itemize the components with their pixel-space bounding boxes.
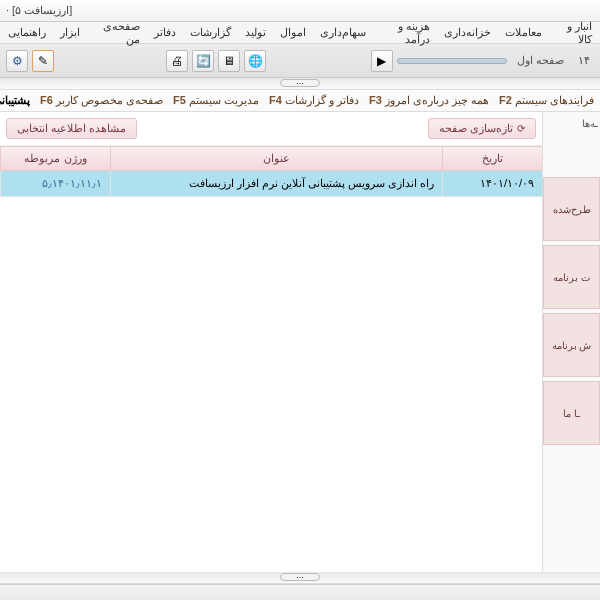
side-panel: ـه‌ها طرح‌شده ت برنامه ش برنامه ـا ما — [542, 112, 600, 572]
view-selected-button[interactable]: مشاهده اطلاعیه انتخابی — [6, 118, 137, 139]
content-area: ـه‌ها طرح‌شده ت برنامه ش برنامه ـا ما ⟳ … — [0, 112, 600, 572]
menu-item[interactable]: انبار و کالا — [556, 20, 592, 46]
menu-item[interactable]: دفاتر — [154, 26, 176, 39]
col-header-version[interactable]: ورژن مربوطه — [0, 147, 110, 170]
col-header-date[interactable]: تاریخ — [442, 147, 542, 170]
action-bar: ⟳ تازه‌سازی صفحه مشاهده اطلاعیه انتخابی — [0, 112, 542, 146]
menu-bar: انبار و کالا معاملات خزانه‌داری هزینه و … — [0, 22, 600, 44]
globe-icon[interactable]: 🌐 — [244, 50, 266, 72]
fkey-tab[interactable]: همه چیز درباره‌ی امروز F3 — [369, 94, 489, 107]
title-bar: · [ارزیسافت ۵] — [0, 0, 600, 22]
toolbar-left: ✎ ⚙ — [6, 50, 54, 72]
play-icon[interactable]: ▶ — [371, 50, 393, 72]
fkey-tab[interactable]: فرایندهای سیستم F2 — [499, 94, 594, 107]
pager-slider[interactable] — [397, 58, 507, 64]
side-block[interactable]: ت برنامه — [543, 245, 600, 309]
date-label: ۱۴ — [574, 54, 594, 67]
side-block[interactable]: ش برنامه — [543, 313, 600, 377]
drag-handle-icon[interactable]: ⋯ — [280, 573, 320, 581]
refresh-button[interactable]: ⟳ تازه‌سازی صفحه — [428, 118, 536, 139]
menu-item[interactable]: هزینه و درآمد — [380, 20, 431, 46]
pager-label: صفحه اول — [511, 54, 570, 67]
fkey-tab[interactable]: مدیریت سیستم F5 — [173, 94, 259, 107]
main-panel: ⟳ تازه‌سازی صفحه مشاهده اطلاعیه انتخابی … — [0, 112, 542, 572]
menu-item[interactable]: گزارشات — [190, 26, 231, 39]
table-empty-area — [0, 197, 542, 572]
separator: ⋯ — [0, 78, 600, 90]
menu-item[interactable]: سهام‌داری — [320, 26, 366, 39]
fkey-tab-active[interactable]: پشتیبانی و خدمات F7 — [0, 94, 30, 107]
menu-item[interactable]: ابزار — [60, 26, 80, 39]
fkey-tabs: فرایندهای سیستم F2 همه چیز درباره‌ی امرو… — [0, 90, 600, 112]
cell-date: ۱۴۰۱/۱۰/۰۹ — [442, 171, 542, 196]
refresh-icon[interactable]: 🔄 — [192, 50, 214, 72]
cell-version: ۵٫۱۴۰۱٫۱۱٫۱ — [0, 171, 110, 196]
menu-item[interactable]: صفحه‌ی من — [94, 20, 140, 46]
side-block[interactable]: طرح‌شده — [543, 177, 600, 241]
fkey-tab[interactable]: دفاتر و گزارشات F4 — [269, 94, 359, 107]
printer-icon[interactable]: 🖨 — [166, 50, 188, 72]
status-bar — [0, 584, 600, 600]
toolbar: ۱۴ صفحه اول ▶ 🌐 🖥 🔄 🖨 ✎ ⚙ — [0, 44, 600, 78]
side-label: ـه‌ها — [543, 112, 600, 135]
table-row[interactable]: ۱۴۰۱/۱۰/۰۹ راه اندازی سرویس پشتیبانی آنل… — [0, 171, 542, 197]
side-block[interactable]: ـا ما — [543, 381, 600, 445]
separator-bottom: ⋯ — [0, 572, 600, 584]
refresh-small-icon: ⟳ — [517, 123, 525, 134]
cell-title: راه اندازی سرویس پشتیبانی آنلاین نرم افز… — [110, 171, 442, 196]
drag-handle-icon[interactable]: ⋯ — [280, 79, 320, 87]
gear-icon[interactable]: ⚙ — [6, 50, 28, 72]
col-header-title[interactable]: عنوان — [110, 147, 442, 170]
table-header: تاریخ عنوان ورژن مربوطه — [0, 146, 542, 171]
menu-item[interactable]: معاملات — [505, 26, 542, 39]
toolbar-mid: 🌐 🖥 🔄 🖨 — [166, 50, 266, 72]
monitor-icon[interactable]: 🖥 — [218, 50, 240, 72]
edit-icon[interactable]: ✎ — [32, 50, 54, 72]
window-title: · [ارزیسافت ۵] — [6, 4, 72, 17]
menu-item[interactable]: تولید — [245, 26, 266, 39]
menu-item[interactable]: راهنمایی — [8, 26, 46, 39]
menu-item[interactable]: خزانه‌داری — [444, 26, 491, 39]
toolbar-right: ۱۴ صفحه اول ▶ — [371, 50, 594, 72]
fkey-tab[interactable]: صفحه‌ی مخصوص کاربر F6 — [40, 94, 163, 107]
menu-item[interactable]: اموال — [280, 26, 306, 39]
